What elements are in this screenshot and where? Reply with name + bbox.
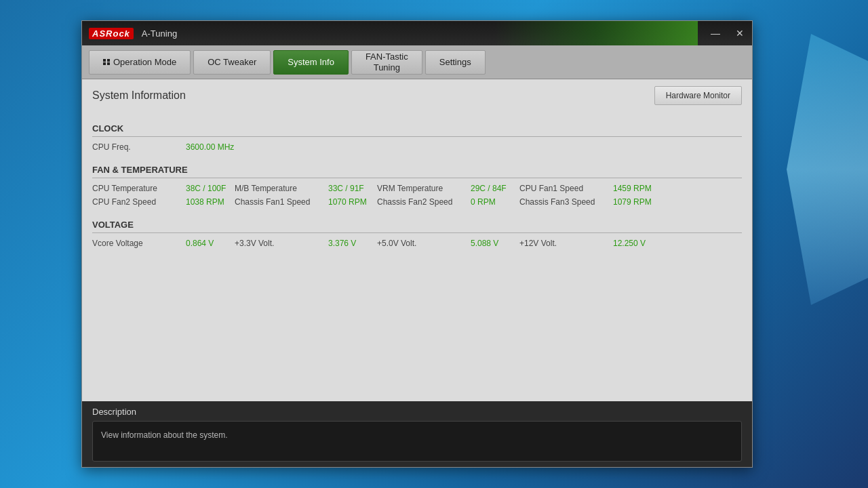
- section-voltage: VOLTAGE Vcore Voltage 0.864 V +3.3V Volt…: [92, 217, 742, 248]
- toolbar: Operation Mode OC Tweaker System Info FA…: [82, 45, 752, 79]
- mb-temp-label: M/B Temperature: [235, 184, 323, 193]
- cpu-fan2-cell: CPU Fan2 Speed 1038 RPM: [92, 197, 228, 207]
- fan-temp-row-2: CPU Fan2 Speed 1038 RPM Chassis Fan1 Spe…: [92, 197, 742, 207]
- tab-settings[interactable]: Settings: [425, 50, 486, 75]
- mb-temp-value: 33C / 91F: [328, 184, 364, 193]
- v50-value: 5.088 V: [471, 239, 498, 248]
- chassis-fan3-value: 1079 RPM: [613, 197, 652, 207]
- title-bar: ASRock A-Tuning — ✕: [82, 21, 752, 45]
- description-panel: Description View information about the s…: [82, 401, 752, 467]
- app-window: ASRock A-Tuning — ✕ Operation Mode OC Tw…: [81, 20, 753, 468]
- fan-temp-row-1: CPU Temperature 38C / 100F M/B Temperatu…: [92, 184, 742, 193]
- chassis-fan1-label: Chassis Fan1 Speed: [235, 197, 323, 207]
- clock-row-1: CPU Freq. 3600.00 MHz: [92, 142, 742, 152]
- chassis-fan1-value: 1070 RPM: [328, 197, 367, 207]
- fan-temp-section-header: FAN & TEMPERATURE: [92, 162, 742, 178]
- cpu-freq-cell: CPU Freq. 3600.00 MHz: [92, 142, 234, 152]
- title-bar-bg: [494, 21, 698, 45]
- v50-cell: +5.0V Volt. 5.088 V: [377, 239, 513, 248]
- section-clock: CLOCK CPU Freq. 3600.00 MHz: [92, 121, 742, 152]
- win-corner-decoration: [787, 34, 868, 305]
- v33-value: 3.376 V: [328, 239, 356, 248]
- vrm-temp-cell: VRM Temperature 29C / 84F: [377, 184, 513, 193]
- tab-system-info[interactable]: System Info: [273, 50, 349, 75]
- vcore-value: 0.864 V: [186, 239, 214, 248]
- v50-label: +5.0V Volt.: [377, 239, 465, 248]
- window-controls: — ✕: [703, 21, 752, 45]
- description-text: View information about the system.: [101, 430, 228, 440]
- app-logo: ASRock: [89, 28, 134, 39]
- chassis-fan2-label: Chassis Fan2 Speed: [377, 197, 465, 207]
- cpu-temp-value: 38C / 100F: [186, 184, 226, 193]
- cpu-fan1-cell: CPU Fan1 Speed 1459 RPM: [519, 184, 655, 193]
- cpu-freq-value: 3600.00 MHz: [186, 142, 234, 152]
- chassis-fan3-cell: Chassis Fan3 Speed 1079 RPM: [519, 197, 655, 207]
- vcore-cell: Vcore Voltage 0.864 V: [92, 239, 228, 248]
- mb-temp-cell: M/B Temperature 33C / 91F: [235, 184, 370, 193]
- app-title: A-Tuning: [142, 28, 177, 39]
- cpu-freq-label: CPU Freq.: [92, 142, 180, 152]
- main-content: System Information Hardware Monitor CLOC…: [82, 79, 752, 467]
- vrm-temp-label: VRM Temperature: [377, 184, 465, 193]
- v33-cell: +3.3V Volt. 3.376 V: [235, 239, 370, 248]
- vrm-temp-value: 29C / 84F: [471, 184, 507, 193]
- cpu-fan2-value: 1038 RPM: [186, 197, 224, 207]
- cpu-fan2-label: CPU Fan2 Speed: [92, 197, 180, 207]
- description-content: View information about the system.: [92, 421, 742, 462]
- v12-value: 12.250 V: [613, 239, 646, 248]
- description-title: Description: [92, 407, 742, 417]
- voltage-row-1: Vcore Voltage 0.864 V +3.3V Volt. 3.376 …: [92, 239, 742, 248]
- voltage-section-header: VOLTAGE: [92, 217, 742, 233]
- chassis-fan1-cell: Chassis Fan1 Speed 1070 RPM: [235, 197, 370, 207]
- grid-icon: [103, 59, 110, 66]
- chassis-fan2-cell: Chassis Fan2 Speed 0 RPM: [377, 197, 513, 207]
- close-button[interactable]: ✕: [728, 21, 752, 45]
- chassis-fan3-label: Chassis Fan3 Speed: [519, 197, 608, 207]
- clock-section-header: CLOCK: [92, 121, 742, 137]
- tab-fan-tastic[interactable]: FAN-TasticTuning: [351, 50, 422, 75]
- vcore-label: Vcore Voltage: [92, 239, 180, 248]
- tab-operation-mode[interactable]: Operation Mode: [89, 50, 191, 75]
- v12-cell: +12V Volt. 12.250 V: [519, 239, 655, 248]
- cpu-fan1-label: CPU Fan1 Speed: [519, 184, 608, 193]
- info-header: System Information Hardware Monitor: [92, 86, 742, 110]
- desktop: ASRock A-Tuning — ✕ Operation Mode OC Tw…: [0, 0, 868, 488]
- tab-oc-tweaker[interactable]: OC Tweaker: [193, 50, 271, 75]
- cpu-temp-label: CPU Temperature: [92, 184, 180, 193]
- v12-label: +12V Volt.: [519, 239, 608, 248]
- section-fan-temp: FAN & TEMPERATURE CPU Temperature 38C / …: [92, 162, 742, 207]
- v33-label: +3.3V Volt.: [235, 239, 323, 248]
- chassis-fan2-value: 0 RPM: [471, 197, 496, 207]
- cpu-temp-cell: CPU Temperature 38C / 100F: [92, 184, 228, 193]
- info-panel: System Information Hardware Monitor CLOC…: [82, 79, 752, 401]
- hardware-monitor-button[interactable]: Hardware Monitor: [654, 86, 742, 105]
- minimize-button[interactable]: —: [703, 21, 728, 45]
- cpu-fan1-value: 1459 RPM: [613, 184, 652, 193]
- page-title: System Information: [92, 89, 186, 102]
